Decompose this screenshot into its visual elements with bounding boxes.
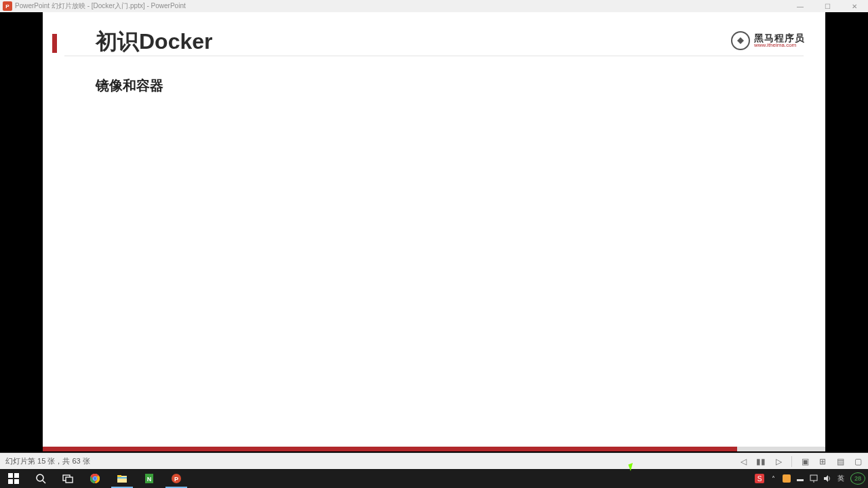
tray-date-badge[interactable]: 28 [850,472,865,485]
svg-rect-1 [14,473,19,478]
svg-text:P: P [174,476,178,483]
svg-marker-25 [824,475,828,482]
start-button[interactable] [0,469,27,488]
slide-counter: 幻灯片第 15 张，共 63 张 [5,456,90,466]
svg-rect-23 [810,475,817,481]
tray-battery-icon[interactable]: ▬ [793,469,807,488]
window-titlebar: P PowerPoint 幻灯片放映 - [Docker入门.pptx] - P… [0,0,868,12]
brand-url: www.itheima.com [754,43,805,48]
prev-slide-icon[interactable]: ◁ [738,457,748,466]
minimize-button[interactable]: ― [787,0,814,12]
slide-subtitle: 镜像和容器 [96,77,163,95]
presentation-stage: 初识Docker 镜像和容器 黑马程序员 www.itheima.com [0,12,868,453]
svg-point-4 [37,474,43,481]
normal-view-icon[interactable]: ▣ [800,457,810,466]
file-explorer-taskbar-icon[interactable] [108,469,136,488]
brand-horse-icon [731,31,750,50]
brand-name: 黑马程序员 [754,33,805,43]
chrome-taskbar-icon[interactable] [81,469,108,488]
tray-chevron-up-icon[interactable]: ˄ [766,469,780,488]
window-controls: ― ☐ ✕ [787,0,868,12]
powerpoint-taskbar-icon[interactable]: P [163,469,190,488]
next-slide-icon[interactable]: ▷ [774,457,783,466]
svg-line-5 [43,481,45,483]
menu-icon[interactable]: ▮▮ [756,457,766,466]
status-right-controls: ◁ ▮▮ ▷ ▣ ⊞ ▤ ▢ [738,456,863,467]
svg-rect-3 [14,479,19,484]
powerpoint-app-icon: P [3,1,12,11]
sorter-view-icon[interactable]: ⊞ [818,457,827,466]
svg-rect-14 [117,475,121,477]
slide-divider [64,56,804,56]
slide-title: 初识Docker [96,27,213,57]
tray-sogou-icon[interactable]: S [753,469,766,488]
svg-point-12 [94,477,97,481]
maximize-button[interactable]: ☐ [814,0,841,12]
search-button[interactable] [27,469,54,488]
svg-rect-7 [66,477,73,483]
system-tray: S ˄ ▬ 英 28 [753,469,868,488]
notepad-taskbar-icon[interactable]: N [136,469,163,488]
svg-rect-15 [117,477,127,479]
task-view-button[interactable] [54,469,81,488]
reading-view-icon[interactable]: ▤ [835,457,845,466]
tray-app-icon[interactable] [780,469,793,488]
tray-volume-icon[interactable] [821,469,834,488]
svg-rect-2 [8,479,13,484]
slide-progress-fill [43,447,737,451]
brand-logo: 黑马程序员 www.itheima.com [731,31,805,50]
svg-rect-22 [783,474,791,483]
title-accent-bar [52,34,57,53]
svg-text:N: N [147,476,152,483]
slide-progress-track [43,447,825,451]
windows-taskbar: N P S ˄ ▬ 英 28 [0,469,868,488]
tray-network-icon[interactable] [807,469,821,488]
tray-ime-indicator[interactable]: 英 [834,469,848,488]
slide[interactable]: 初识Docker 镜像和容器 黑马程序员 www.itheima.com [43,12,825,451]
status-bar: 幻灯片第 15 张，共 63 张 ◁ ▮▮ ▷ ▣ ⊞ ▤ ▢ [0,453,868,469]
svg-rect-0 [8,473,13,478]
slideshow-view-icon[interactable]: ▢ [853,457,863,466]
svg-text:S: S [757,475,762,483]
window-title: PowerPoint 幻灯片放映 - [Docker入门.pptx] - Pow… [15,1,186,11]
close-button[interactable]: ✕ [841,0,868,12]
